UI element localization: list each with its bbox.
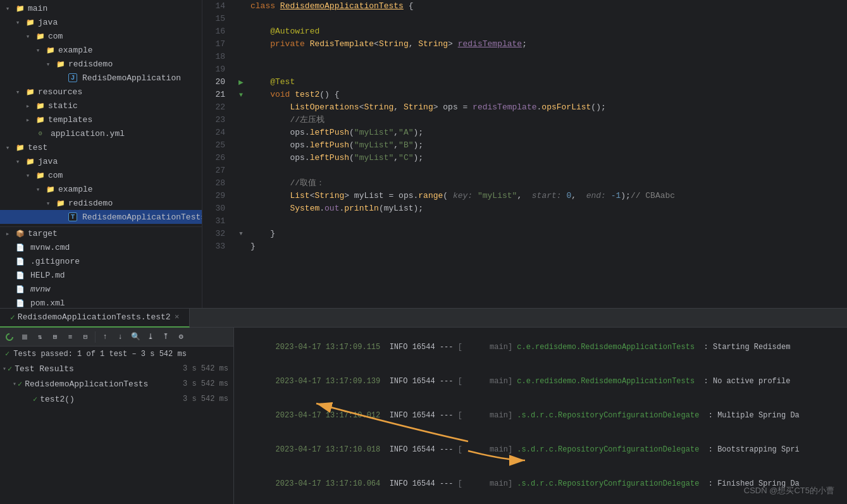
sidebar-item-mvnw-cmd[interactable]: 📄 mvnw.cmd — [0, 240, 202, 254]
log-line-6: 2023-04-17 13:17:12.503 INFO 16544 --- [… — [239, 501, 842, 504]
gutter-21[interactable]: ▼ — [234, 89, 248, 101]
yaml-file-icon: ⚙ — [35, 128, 46, 138]
test-class-time: 3 s 542 ms — [183, 379, 228, 388]
sidebar-item-redisdemo-app[interactable]: J RedisDemoApplication — [0, 71, 202, 85]
line-num-24: 24 — [202, 126, 229, 139]
sidebar-item-label: RedisdemoApplicationTests — [82, 212, 202, 222]
test-method-item[interactable]: ✓ test2() 3 s 542 ms — [0, 391, 233, 407]
gutter-29 — [234, 190, 248, 202]
line-num-18: 18 — [202, 51, 229, 63]
sidebar-item-label: example — [58, 46, 93, 55]
sidebar-item-test[interactable]: ▾ 📁 test — [0, 140, 202, 154]
sidebar-item-java[interactable]: ▾ 📁 java — [0, 15, 202, 29]
editor-area: 14 15 16 17 18 19 20 21 22 23 24 25 26 2… — [202, 0, 847, 308]
tab-label: RedisdemoApplicationTests.test2 — [18, 312, 171, 322]
sidebar-item-label: com — [48, 171, 63, 180]
line-num-19: 19 — [202, 63, 229, 76]
sidebar-item-pom-xml[interactable]: 📄 pom.xml — [0, 296, 202, 308]
gutter-icons: ▶ ▼ ▼ — [234, 0, 248, 308]
gutter-20[interactable]: ▶ — [234, 76, 248, 89]
sidebar-item-gitignore[interactable]: 📄 .gitignore — [0, 254, 202, 268]
export-icon: ⤒ — [163, 332, 169, 341]
import-icon: ⤓ — [147, 332, 154, 341]
log-line-1: 2023-04-17 13:17:09.115 INFO 16544 --- [… — [239, 330, 842, 364]
code-line-28: //取值： — [250, 177, 847, 190]
spacer-icon — [23, 128, 33, 138]
test-root-time: 3 s 542 ms — [183, 364, 228, 373]
code-line-25: ops.leftPush("myList","B"); — [250, 139, 847, 152]
export-button[interactable]: ⤒ — [159, 330, 173, 344]
sidebar-item-main[interactable]: ▾ 📁 main — [0, 1, 202, 15]
folder-icon: 📁 — [15, 3, 25, 13]
sidebar-item-templates[interactable]: ▸ 📁 templates — [0, 113, 202, 126]
sidebar-item-example[interactable]: ▾ 📁 example — [0, 43, 202, 57]
test-method-label: test2() — [40, 395, 183, 404]
sidebar-item-test-java[interactable]: ▾ 📁 java — [0, 154, 202, 168]
chevron-down-icon: ▾ — [13, 17, 23, 27]
file-icon: 📄 — [15, 242, 25, 252]
filter-button[interactable]: ⊞ — [48, 330, 62, 344]
bottom-tabs: ✓ RedisdemoApplicationTests.test2 × — [0, 309, 847, 328]
code-line-31 — [250, 215, 847, 228]
code-line-33: } — [250, 240, 847, 253]
keyword: class — [250, 0, 275, 13]
code-line-26: ops.leftPush("myList","C"); — [250, 152, 847, 164]
sidebar-item-mvnw[interactable]: 📄 mvnw — [0, 282, 202, 296]
search-button[interactable]: 🔍 — [128, 330, 142, 344]
log-line-3: 2023-04-17 13:17:10.012 INFO 16544 --- [… — [239, 398, 842, 433]
close-tab-icon[interactable]: × — [175, 312, 180, 322]
chevron-down-icon: ▾ — [13, 87, 23, 97]
line-num-29: 29 — [202, 190, 229, 202]
sidebar-item-target[interactable]: ▸ 📦 target — [0, 226, 202, 240]
chevron-down-icon: ▾ — [13, 380, 16, 388]
gutter-33 — [234, 240, 248, 253]
pass-icon: ✓ — [18, 379, 22, 389]
next-button[interactable]: ↓ — [113, 330, 127, 344]
import-button[interactable]: ⤓ — [144, 330, 158, 344]
sidebar-item-static[interactable]: ▸ 📁 static — [0, 99, 202, 113]
sidebar-item-test-redisdemo[interactable]: ▾ 📁 redisdemo — [0, 196, 202, 210]
test-tab[interactable]: ✓ RedisdemoApplicationTests.test2 × — [0, 309, 190, 328]
line-num-14: 14 — [202, 0, 229, 13]
classname: RedisdemoApplicationTests — [280, 0, 404, 13]
collapse-button[interactable]: ⊟ — [78, 330, 92, 344]
sidebar-item-label: resources — [38, 87, 82, 97]
line-num-15: 15 — [202, 13, 229, 25]
spacer-icon — [3, 298, 13, 308]
code-line-22: ListOperations<String, String> ops = red… — [250, 101, 847, 114]
test-results-root[interactable]: ▾ ✓ Test Results 3 s 542 ms — [0, 361, 233, 376]
sidebar-item-test-class[interactable]: T RedisdemoApplicationTests — [0, 210, 202, 224]
rerun-button[interactable] — [3, 330, 16, 344]
sidebar-item-label: example — [58, 185, 93, 194]
line-num-33: 33 — [202, 240, 229, 253]
sidebar-item-com[interactable]: ▾ 📁 com — [0, 29, 202, 43]
code-editor[interactable]: class RedisdemoApplicationTests { @Autow… — [248, 0, 847, 308]
stop-button[interactable] — [18, 330, 32, 344]
sidebar-item-help-md[interactable]: 📄 HELP.md — [0, 268, 202, 282]
test-class-item[interactable]: ▾ ✓ RedisdemoApplicationTests 3 s 542 ms — [0, 376, 233, 391]
sidebar-item-label: templates — [48, 115, 92, 125]
prev-button[interactable]: ↑ — [98, 330, 112, 344]
sidebar-item-test-example[interactable]: ▾ 📁 example — [0, 182, 202, 196]
sidebar-item-label: mvnw.cmd — [30, 243, 70, 252]
sidebar-item-application-yml[interactable]: ⚙ application.yml — [0, 126, 202, 140]
sidebar-item-resources[interactable]: ▾ 📁 resources — [0, 85, 202, 99]
gutter-32[interactable]: ▼ — [234, 228, 248, 240]
code-line-19 — [250, 63, 847, 76]
expand-button[interactable]: ≡ — [63, 330, 77, 344]
sidebar-item-label: redisdemo — [68, 59, 113, 69]
test-class-icon: T — [68, 212, 77, 221]
gutter-18 — [234, 51, 248, 63]
spacer-icon — [3, 242, 13, 252]
annotation: @Autowired — [270, 25, 319, 38]
settings-button[interactable]: ⚙ — [174, 330, 188, 344]
sidebar-item-test-com[interactable]: ▾ 📁 com — [0, 168, 202, 182]
code-line-21: void test2() { — [250, 89, 847, 101]
line-num-21: 21 — [202, 89, 229, 101]
folder-icon: 📁 — [56, 198, 66, 208]
sidebar-item-label: java — [38, 157, 58, 166]
sidebar-item-redisdemo[interactable]: ▾ 📁 redisdemo — [0, 57, 202, 71]
sort-button[interactable]: ⇅ — [33, 330, 47, 344]
gutter-19 — [234, 63, 248, 76]
gutter-15 — [234, 13, 248, 25]
